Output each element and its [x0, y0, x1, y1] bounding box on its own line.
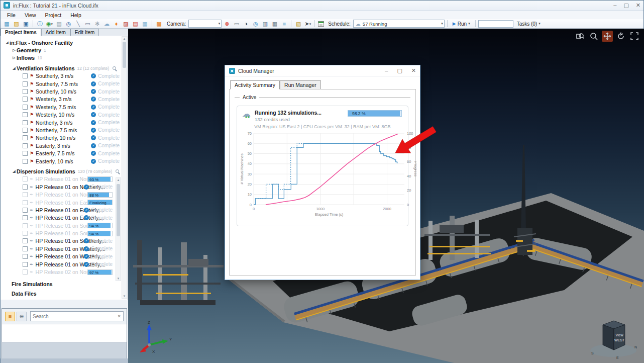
open-project-icon[interactable]: ▨: [12, 20, 21, 28]
tree-row[interactable]: ✒HP Release 01 on Easterly,...✓Complete: [1, 214, 128, 222]
tree-row[interactable]: ✒HP Release 01 on Westerly,...✓Complete: [1, 260, 128, 268]
item-checkbox[interactable]: [23, 89, 28, 94]
filter-search-icon[interactable]: [113, 66, 116, 70]
maximize-button[interactable]: ▢: [623, 2, 628, 9]
filter-search-icon[interactable]: [116, 169, 119, 173]
tree-row[interactable]: ⚑Westerly, 7.5 m/s✓Complete: [1, 103, 128, 111]
item-checkbox[interactable]: [23, 73, 28, 78]
item-checkbox[interactable]: [23, 262, 28, 267]
expander-icon[interactable]: ◢: [12, 66, 17, 70]
save-icon[interactable]: ▣: [22, 20, 30, 28]
tab-edit-item[interactable]: Edit Item: [70, 29, 99, 36]
fit-view-icon[interactable]: [629, 31, 640, 42]
table-icon[interactable]: ▦: [270, 20, 279, 28]
zoom-icon[interactable]: [588, 31, 599, 42]
tree-row[interactable]: ⚑Northerly, 10 m/s✓Complete: [1, 134, 128, 142]
tree-root[interactable]: ◢in:Flux - Onshore Facility: [1, 39, 128, 46]
tree-row[interactable]: ⚑Northerly, 3 m/s✓Complete: [1, 119, 128, 126]
dialog-minimize-button[interactable]: –: [385, 67, 388, 74]
flame-icon[interactable]: ♦: [112, 20, 121, 28]
list-view-button[interactable]: ≡: [5, 312, 15, 321]
tree-row[interactable]: ⚑Easterly, 7.5 m/s✓Complete: [1, 149, 128, 157]
tree-row[interactable]: ⚑Northerly, 7.5 m/s✓Complete: [1, 126, 128, 134]
item-checkbox[interactable]: [23, 128, 28, 133]
schedule-select[interactable]: ☁ 57 Running ▾: [353, 20, 445, 28]
item-checkbox[interactable]: [23, 254, 28, 259]
menu-file[interactable]: File: [3, 12, 20, 19]
item-checkbox[interactable]: [23, 246, 28, 251]
tree-row[interactable]: ✒HP Release 01 on Westerly,...✓Complete: [1, 245, 128, 252]
minimize-button[interactable]: –: [613, 2, 616, 9]
tree-row[interactable]: ⚑Southerly, 7.5 m/s✓Complete: [1, 80, 128, 87]
new-project-icon[interactable]: ▦: [3, 20, 11, 28]
tab-activity-summary[interactable]: Activity Summary: [230, 80, 280, 89]
item-checkbox[interactable]: [23, 192, 28, 197]
close-button[interactable]: ✕: [636, 2, 640, 9]
database-icon[interactable]: ▤: [55, 20, 63, 28]
cloud-tool-icon[interactable]: ☁: [102, 20, 111, 28]
tree-row[interactable]: ▷Inflows10: [1, 54, 128, 62]
menu-help[interactable]: Help: [66, 12, 86, 19]
expander-icon[interactable]: ▷: [12, 56, 17, 60]
item-checkbox[interactable]: [23, 151, 28, 156]
tree-row[interactable]: ⚑Westerly, 10 m/s✓Complete: [1, 111, 128, 119]
item-checkbox[interactable]: [23, 176, 28, 182]
monitor-icon[interactable]: ▥: [261, 20, 269, 28]
tree-row[interactable]: ✒HP Release 01 on Northerly...✓Complete: [1, 183, 128, 191]
item-checkbox[interactable]: [23, 215, 28, 220]
tab-project-items[interactable]: Project Items: [1, 29, 41, 36]
pan-icon[interactable]: [602, 31, 613, 42]
snapshot-icon[interactable]: ▭: [232, 20, 241, 28]
item-checkbox[interactable]: [23, 185, 28, 190]
item-checkbox[interactable]: [23, 200, 28, 205]
dialog-maximize-button[interactable]: ▢: [397, 67, 402, 74]
item-checkbox[interactable]: [23, 120, 28, 125]
layers-icon[interactable]: ▤: [131, 20, 140, 28]
menu-project[interactable]: Project: [41, 12, 66, 19]
info-icon[interactable]: ⓘ: [36, 20, 44, 28]
item-checkbox[interactable]: [23, 269, 28, 275]
clear-search-icon[interactable]: ✕: [117, 314, 121, 319]
tasks-button[interactable]: Tasks (0) ▾: [514, 21, 543, 27]
tree-row[interactable]: ✒HP Release 02 on North...97 %: [1, 268, 128, 276]
results-folder-icon[interactable]: ▨: [122, 20, 130, 28]
tab-add-item[interactable]: Add Item: [41, 29, 70, 36]
tree-row[interactable]: ⚑Easterly, 10 m/s✓Complete: [1, 157, 128, 165]
dispersion-scrollbar[interactable]: ▲ ▼: [116, 177, 121, 281]
tree-scrollbar[interactable]: ▲ ▼: [122, 36, 127, 299]
palette-icon[interactable]: ▩: [155, 20, 163, 28]
expander-icon[interactable]: ◢: [12, 169, 17, 173]
tab-run-manager[interactable]: Run Manager: [280, 80, 321, 89]
zoom-window-icon[interactable]: [575, 31, 586, 42]
tree-row[interactable]: Data Files: [1, 290, 128, 297]
tree-row[interactable]: ✒HP Release 01 on North...88 %: [1, 191, 128, 198]
tree-row[interactable]: ▷Geometry1: [1, 46, 128, 54]
item-checkbox[interactable]: [23, 238, 28, 243]
item-checkbox[interactable]: [23, 223, 28, 228]
item-checkbox[interactable]: [23, 208, 28, 213]
tree-row[interactable]: ◢Ventilation Simulations12 (12 complete): [1, 64, 128, 72]
tree-row[interactable]: ⚑Easterly, 3 m/s✓Complete: [1, 142, 128, 149]
orbit-icon[interactable]: [615, 31, 626, 42]
tree-row[interactable]: ✒HP Release 01 on South...94 %: [1, 222, 128, 229]
globe-icon[interactable]: ◑: [242, 20, 250, 28]
tree-row[interactable]: ⚑Southerly, 3 m/s✓Complete: [1, 72, 128, 80]
camera-select[interactable]: ▾: [188, 20, 222, 28]
image-icon[interactable]: ▦: [141, 20, 149, 28]
tree-row[interactable]: ◢Dispersion Simulations120 (79 complete): [1, 167, 128, 175]
stop-icon[interactable]: ⊗: [223, 20, 231, 28]
tree-row[interactable]: ⚑Southerly, 10 m/s✓Complete: [1, 87, 128, 95]
item-checkbox[interactable]: [23, 112, 28, 117]
select-cursor-icon[interactable]: ➤▾: [303, 20, 312, 28]
item-checkbox[interactable]: [23, 159, 28, 164]
tree-row[interactable]: ✒HP Release 01 on Southerly...✓Complete: [1, 237, 128, 245]
expander-icon[interactable]: ▷: [12, 48, 17, 52]
browse-button[interactable]: ⊕: [17, 312, 27, 321]
run-button[interactable]: ▶ Run ▾: [450, 21, 473, 27]
run-local-icon[interactable]: ◉▾: [45, 20, 54, 28]
tree-row[interactable]: ⚑Westerly, 3 m/s✓Complete: [1, 96, 128, 103]
dialog-title-bar[interactable]: Cloud Manager – ▢ ✕: [225, 65, 420, 76]
item-checkbox[interactable]: [23, 105, 28, 110]
tree-row[interactable]: ✒HP Release 01 on Easterl...Finalizing..…: [1, 199, 128, 206]
task-filter-input[interactable]: [478, 20, 513, 28]
